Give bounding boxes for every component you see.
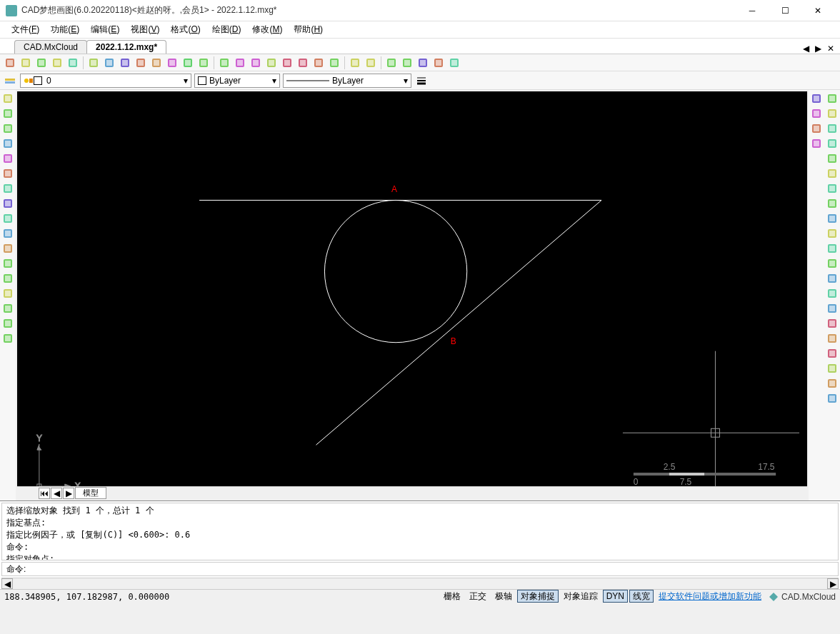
status-对象追踪[interactable]: 对象追踪 [560, 590, 601, 603]
zoom-window-icon[interactable] [149, 56, 164, 70]
ellipse-arc-icon[interactable] [1, 241, 15, 256]
model-tab[interactable]: 模型 [75, 487, 106, 499]
pdf-icon[interactable] [431, 56, 446, 70]
settings-icon[interactable] [416, 56, 430, 70]
cut-icon[interactable] [809, 121, 824, 136]
minimize-button[interactable]: ─ [736, 0, 769, 21]
menu-d[interactable]: 绘图(D) [206, 22, 247, 37]
stretch-icon[interactable] [825, 211, 839, 226]
rotate-icon[interactable] [825, 181, 839, 196]
tab-prev-icon[interactable]: ◀ [800, 44, 812, 54]
model-prev-icon[interactable]: ◀ [51, 488, 62, 499]
status-正交[interactable]: 正交 [466, 590, 490, 603]
model-next-icon[interactable]: ▶ [63, 488, 74, 499]
zoom-prev-icon[interactable] [165, 56, 179, 70]
revcloud-icon[interactable] [1, 196, 15, 211]
copyclip-icon[interactable] [809, 91, 824, 106]
layer-lock-icon[interactable] [296, 56, 310, 70]
tab-close-icon[interactable]: ✕ [824, 44, 837, 54]
regen-icon[interactable] [196, 56, 211, 70]
hscroll-right-icon[interactable]: ▶ [827, 578, 839, 589]
explode-icon[interactable] [825, 301, 839, 316]
rectangle-icon[interactable] [1, 151, 15, 166]
ellipse-icon[interactable] [1, 226, 15, 241]
zoom-realtime-icon[interactable] [181, 56, 195, 70]
break-icon[interactable] [825, 256, 839, 271]
hatch-icon[interactable] [1, 331, 15, 346]
layer-manager-icon[interactable] [3, 74, 17, 88]
matchprop-icon[interactable] [809, 136, 824, 151]
lineweight-icon[interactable] [414, 74, 429, 88]
menu-f[interactable]: 文件(F) [6, 22, 45, 37]
move-icon[interactable] [825, 166, 839, 181]
save-icon[interactable] [50, 56, 64, 70]
layer-thaw-icon[interactable] [280, 56, 294, 70]
fillet-icon[interactable] [825, 286, 839, 301]
open-icon[interactable] [19, 56, 33, 70]
undo-icon[interactable] [348, 56, 362, 70]
menu-e[interactable]: 编辑(E) [85, 22, 125, 37]
redo-icon[interactable] [364, 56, 378, 70]
arc-icon[interactable] [1, 166, 15, 181]
mtext-icon[interactable] [1, 316, 15, 331]
dim-aligned-icon[interactable] [825, 331, 839, 346]
tab-cloud[interactable]: CAD.MxCloud [14, 40, 87, 54]
status-DYN[interactable]: DYN [603, 590, 628, 603]
dim-icon[interactable] [311, 56, 326, 70]
globe-icon[interactable] [400, 56, 414, 70]
point-icon[interactable] [1, 256, 15, 271]
text-icon[interactable] [1, 286, 15, 301]
status-栅格[interactable]: 栅格 [440, 590, 464, 603]
hscroll-left-icon[interactable]: ◀ [1, 578, 13, 589]
extend-icon[interactable] [825, 241, 839, 256]
erase-icon[interactable] [825, 91, 839, 106]
color-dropdown[interactable]: ByLayer ▾ [194, 74, 280, 88]
menu-m[interactable]: 修改(M) [246, 22, 288, 37]
copy-icon[interactable] [825, 106, 839, 121]
status-对象捕捉[interactable]: 对象捕捉 [517, 590, 559, 603]
layer-freeze-icon[interactable] [264, 56, 279, 70]
status-极轴[interactable]: 极轴 [491, 590, 516, 603]
pan-icon[interactable] [134, 56, 148, 70]
pline-icon[interactable] [1, 121, 15, 136]
spline-icon[interactable] [1, 211, 15, 226]
new-icon[interactable] [3, 56, 17, 70]
maximize-button[interactable]: ☐ [769, 0, 801, 21]
open2-icon[interactable] [34, 56, 49, 70]
linetype-dropdown[interactable]: ByLayer ▾ [283, 74, 411, 88]
dim-diameter-icon[interactable] [825, 361, 839, 376]
dim-arc-icon[interactable] [825, 391, 839, 406]
offset-icon[interactable] [825, 136, 839, 151]
layer-dropdown[interactable]: 0 ▾ [20, 74, 191, 88]
print-icon[interactable] [327, 56, 341, 70]
polygon-icon[interactable] [1, 136, 15, 151]
trim-icon[interactable] [825, 226, 839, 241]
zoom-extents-icon[interactable] [86, 56, 101, 70]
feedback-link[interactable]: 提交软件问题或增加新功能 [659, 590, 761, 603]
hscroll-track[interactable] [13, 578, 827, 589]
dim-linear-icon[interactable] [825, 316, 839, 331]
circle-icon[interactable] [1, 181, 15, 196]
menu-e[interactable]: 功能(E) [45, 22, 85, 37]
export-icon[interactable] [447, 56, 461, 70]
menu-h[interactable]: 帮助(H) [288, 22, 329, 37]
layer-iso-icon[interactable] [233, 56, 247, 70]
command-input[interactable] [31, 564, 834, 574]
close-button[interactable]: ✕ [801, 0, 834, 21]
cloud-icon[interactable] [384, 56, 399, 70]
dim-radius-icon[interactable] [825, 346, 839, 361]
zoom-out-icon[interactable] [118, 56, 132, 70]
table-icon[interactable] [1, 301, 15, 316]
layer-icon[interactable] [217, 56, 231, 70]
pasteclip-icon[interactable] [809, 106, 824, 121]
menu-o[interactable]: 格式(O) [165, 22, 206, 37]
status-线宽[interactable]: 线宽 [629, 590, 654, 603]
tab-file[interactable]: 2022.1.12.mxg* [86, 40, 166, 54]
menu-v[interactable]: 视图(V) [125, 22, 165, 37]
line-icon[interactable] [1, 91, 15, 106]
model-first-icon[interactable]: ⏮ [39, 488, 50, 499]
zoom-in-icon[interactable] [102, 56, 116, 70]
layer-off-icon[interactable] [249, 56, 263, 70]
saveas-icon[interactable] [66, 56, 80, 70]
array-icon[interactable] [825, 151, 839, 166]
